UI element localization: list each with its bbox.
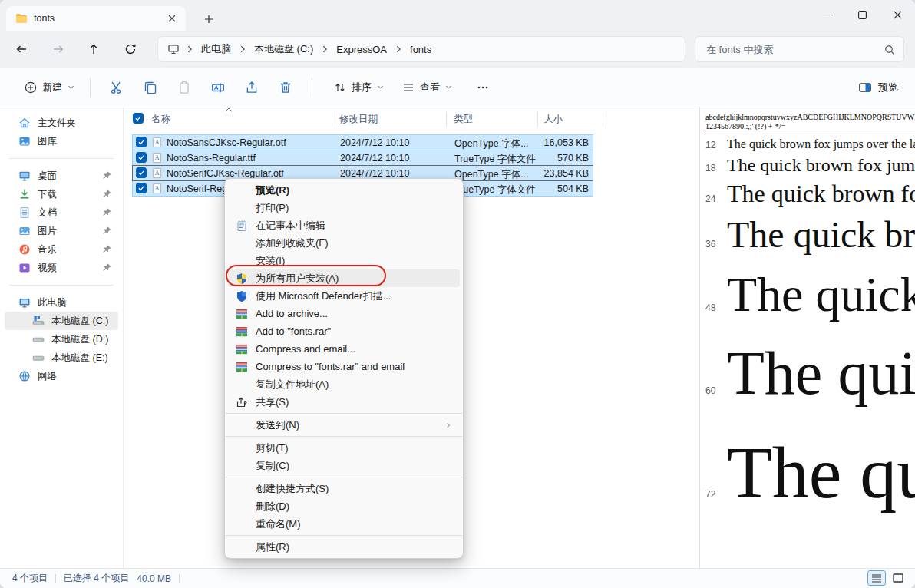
details-view-button[interactable] bbox=[867, 570, 886, 586]
column-header-type[interactable]: 类型 bbox=[454, 113, 473, 126]
menu-item-add-to-fonts-rar[interactable]: Add to "fonts.rar" bbox=[228, 322, 460, 340]
menu-item-rename[interactable]: 重命名(M) bbox=[228, 515, 460, 533]
refresh-button[interactable] bbox=[118, 37, 143, 61]
close-button[interactable] bbox=[880, 0, 915, 29]
menu-item-share[interactable]: 共享(S) bbox=[228, 393, 460, 411]
checkbox-checked-icon[interactable] bbox=[136, 137, 147, 147]
chevron-right-icon bbox=[237, 44, 248, 55]
menu-item-compress-to-fonts-rar-and-email[interactable]: Compress to "fonts.rar" and email bbox=[228, 358, 460, 375]
menu-item-cut[interactable]: 剪切(T) bbox=[228, 439, 460, 457]
pin-icon bbox=[102, 170, 112, 180]
menu-item-edit-in-notepad[interactable]: 在记事本中编辑 bbox=[228, 216, 460, 234]
sidebar-item-home[interactable]: 主文件夹 bbox=[5, 114, 118, 132]
paste-button[interactable] bbox=[167, 74, 201, 101]
more-options-icon[interactable] bbox=[469, 74, 497, 101]
sidebar-section-divider bbox=[9, 285, 114, 286]
sidebar-item-drive-c[interactable]: 本地磁盘 (C:) bbox=[5, 312, 118, 330]
menu-item-preview[interactable]: 预览(R) bbox=[228, 181, 460, 199]
delete-button[interactable] bbox=[269, 74, 302, 101]
menu-item-add-to-favorites[interactable]: 添加到收藏夹(F) bbox=[228, 234, 460, 252]
sort-ascending-icon bbox=[225, 107, 233, 113]
tab-close-icon[interactable] bbox=[163, 9, 181, 28]
sidebar-item-desktop[interactable]: 桌面 bbox=[5, 167, 118, 185]
menu-item-properties[interactable]: 属性(R) bbox=[228, 538, 460, 556]
menu-item-delete[interactable]: 删除(D) bbox=[228, 497, 460, 515]
sidebar-item-pictures[interactable]: 图片 bbox=[5, 222, 118, 240]
preview-toggle[interactable]: 预览 bbox=[858, 68, 898, 107]
checkbox-checked-icon[interactable] bbox=[136, 183, 147, 193]
menu-item-compress-and-email[interactable]: Compress and email... bbox=[228, 340, 460, 358]
sidebar-item-drive-e[interactable]: 本地磁盘 (E:) bbox=[5, 349, 118, 367]
file-row[interactable]: A NotoSansCJKsc-Regular.otf 2024/7/12 10… bbox=[132, 134, 593, 150]
preview-sample-row: 36 The quick brown fox jumps over the la… bbox=[705, 212, 915, 258]
sidebar-item-this-pc[interactable]: 此电脑 bbox=[5, 293, 118, 312]
sort-button[interactable]: 排序 bbox=[328, 76, 390, 99]
maximize-button[interactable] bbox=[844, 0, 880, 29]
column-headers: 名称 修改日期 类型 大小 bbox=[127, 109, 618, 129]
column-resize-handle[interactable] bbox=[537, 111, 538, 127]
sidebar-item-downloads[interactable]: 下载 bbox=[5, 185, 118, 203]
sidebar-item-network[interactable]: 网络 bbox=[5, 367, 118, 385]
share-icon bbox=[236, 396, 248, 408]
column-resize-handle[interactable] bbox=[446, 111, 447, 127]
menu-item-create-shortcut[interactable]: 创建快捷方式(S) bbox=[228, 480, 460, 497]
sidebar-item-documents[interactable]: 文档 bbox=[5, 203, 118, 222]
menu-item-add-to-archive[interactable]: Add to archive... bbox=[228, 305, 460, 322]
rename-button[interactable] bbox=[201, 74, 235, 101]
column-header-name[interactable]: 名称 bbox=[151, 113, 170, 126]
sidebar-section-divider bbox=[9, 158, 114, 159]
breadcrumb-drive-c[interactable]: 本地磁盘 (C:) bbox=[249, 40, 318, 58]
font-file-icon: A bbox=[151, 183, 163, 194]
search-icon[interactable] bbox=[884, 44, 896, 56]
menu-item-defender-scan[interactable]: 使用 Microsoft Defender扫描... bbox=[228, 287, 460, 305]
breadcrumb-fonts[interactable]: fonts bbox=[405, 41, 436, 58]
sidebar-item-videos[interactable]: 视频 bbox=[5, 259, 118, 277]
column-header-date[interactable]: 修改日期 bbox=[339, 113, 378, 126]
column-resize-handle[interactable] bbox=[332, 111, 332, 127]
column-resize-handle[interactable] bbox=[603, 111, 603, 127]
sidebar-item-gallery[interactable]: 图库 bbox=[5, 132, 118, 150]
thumbnail-view-button[interactable] bbox=[889, 570, 907, 586]
select-all-checkbox[interactable] bbox=[133, 113, 144, 124]
breadcrumb-expressoa[interactable]: ExpressOA bbox=[332, 41, 391, 58]
new-tab-button[interactable] bbox=[198, 8, 220, 30]
search-input[interactable] bbox=[705, 43, 877, 56]
sidebar-divider bbox=[123, 107, 124, 568]
sample-text: The quick brown fox jumps over the lazy … bbox=[727, 335, 915, 411]
winrar-icon bbox=[236, 325, 248, 338]
address-bar[interactable]: 此电脑 本地磁盘 (C:) ExpressOA fonts bbox=[157, 36, 685, 62]
selected-size: 40.0 MB bbox=[137, 573, 171, 584]
new-button-label: 新建 bbox=[42, 81, 62, 94]
font-size-label: 18 bbox=[705, 163, 727, 173]
pin-icon bbox=[102, 244, 112, 254]
column-header-size[interactable]: 大小 bbox=[543, 113, 563, 126]
cut-button[interactable] bbox=[100, 74, 134, 101]
sidebar-item-music[interactable]: 音乐 bbox=[5, 240, 118, 259]
toolbar-divider bbox=[90, 78, 91, 97]
checkbox-checked-icon[interactable] bbox=[136, 152, 147, 163]
copy-button[interactable] bbox=[134, 74, 167, 101]
tab-fonts[interactable]: fonts bbox=[6, 6, 186, 31]
new-button[interactable]: 新建 bbox=[18, 76, 81, 99]
file-row[interactable]: A NotoSans-Regular.ttf 2024/7/12 10:10 T… bbox=[132, 150, 593, 166]
home-icon bbox=[18, 117, 31, 129]
svg-text:A: A bbox=[155, 170, 160, 177]
back-button[interactable] bbox=[9, 37, 34, 61]
menu-item-copy[interactable]: 复制(C) bbox=[228, 457, 460, 474]
menu-item-copy-file-path[interactable]: 复制文件地址(A) bbox=[228, 375, 460, 393]
minimize-button[interactable] bbox=[809, 0, 844, 29]
menu-item-send-to[interactable]: 发送到(N) bbox=[228, 416, 460, 434]
svg-text:A: A bbox=[155, 139, 160, 146]
share-button[interactable] bbox=[235, 74, 269, 101]
checkbox-checked-icon[interactable] bbox=[136, 167, 147, 178]
sidebar-item-drive-d[interactable]: 本地磁盘 (D:) bbox=[5, 330, 118, 349]
file-size: 23,854 KB bbox=[518, 168, 589, 179]
breadcrumb-this-pc[interactable]: 此电脑 bbox=[197, 40, 236, 58]
menu-item-print[interactable]: 打印(P) bbox=[228, 199, 460, 216]
up-button[interactable] bbox=[81, 37, 106, 61]
address-row: 此电脑 本地磁盘 (C:) ExpressOA fonts bbox=[0, 31, 915, 68]
menu-item-install[interactable]: 安装(I) bbox=[228, 252, 460, 269]
menu-item-install-for-all-users[interactable]: 为所有用户安装(A) bbox=[228, 269, 460, 287]
forward-button[interactable] bbox=[46, 37, 71, 61]
view-button[interactable]: 查看 bbox=[396, 76, 458, 99]
